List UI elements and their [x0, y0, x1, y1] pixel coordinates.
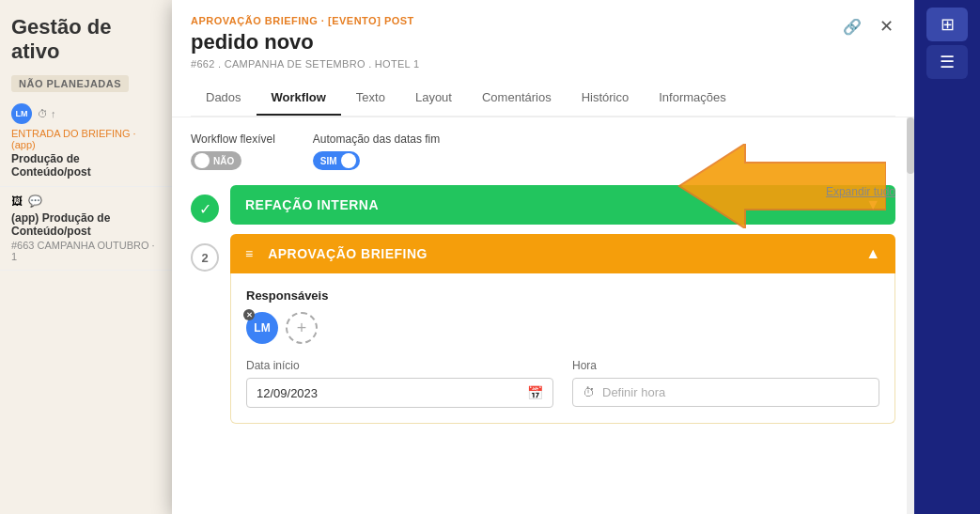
chevron-down-icon: ▼ [865, 196, 880, 213]
tab-historico[interactable]: Histórico [567, 81, 645, 116]
date-value: 12/09/2023 [257, 386, 318, 400]
data-inicio-label: Data início [246, 359, 553, 372]
tab-comentarios[interactable]: Comentários [467, 81, 567, 116]
tab-informacoes[interactable]: Informações [644, 81, 741, 116]
automacao-control: Automação das datas fim SIM [313, 132, 440, 170]
step-1-row: ✓ Refação Interna ▼ [191, 185, 895, 225]
date-row: Data início 12/09/2023 📅 Hora ⏱ Definir … [246, 359, 879, 408]
scrollbar-track [907, 117, 914, 514]
list-item[interactable]: 🖼 💬 (app) Produção de Conteúdo/post #663… [0, 187, 173, 271]
responsaveis-label: Responsáveis [246, 288, 879, 303]
step-1-card: Refação Interna ▼ [230, 185, 895, 225]
step-2-body: Responsáveis ✕ LM + Data início 12/09/20… [230, 273, 895, 424]
workflow-flexivel-label: Workflow flexível [191, 132, 275, 146]
hora-input[interactable]: ⏱ Definir hora [572, 378, 879, 407]
modal-subtitle: APROVAÇÃO BRIEFING · [EVENTO] POST [191, 15, 895, 26]
toggle-flexivel-container: NÃO [191, 151, 275, 170]
toggle-off-text: NÃO [213, 156, 234, 166]
copy-link-button[interactable]: 🔗 [839, 13, 865, 39]
sidebar: Gestão de ativo NÃO PLANEJADAS LM ⏱ ↑ EN… [0, 0, 174, 514]
workflow-flexivel-control: Workflow flexível NÃO [191, 132, 275, 170]
clock-icon: ⏱ [583, 385, 595, 399]
modal-header: APROVAÇÃO BRIEFING · [EVENTO] POST pedid… [172, 0, 914, 117]
hora-label: Hora [572, 359, 879, 372]
step-2-number: 2 [191, 243, 219, 272]
data-inicio-field: Data início 12/09/2023 📅 [246, 359, 553, 408]
modal-title: pedido novo [191, 30, 895, 55]
right-toolbar: ⊞ ☰ [914, 0, 980, 514]
view-toggle-button[interactable]: ⊞ [926, 8, 968, 41]
item-sub: #663 CAMPANHA OUTUBRO · 1 [11, 240, 162, 262]
tab-workflow[interactable]: Workflow [257, 81, 341, 116]
hora-field: Hora ⏱ Definir hora [572, 359, 879, 407]
toggle-on-text: SIM [320, 156, 337, 166]
toggle-flexivel[interactable]: NÃO [191, 151, 241, 170]
responsavel-avatar[interactable]: ✕ LM [246, 312, 278, 344]
list-item[interactable]: LM ⏱ ↑ ENTRADA DO BRIEFING · (app) Produ… [0, 96, 173, 187]
step-1-check: ✓ [191, 195, 219, 223]
step-2-card: ≡ APROVAÇÃO BRIEFING ▲ Responsáveis ✕ LM… [230, 234, 895, 424]
drag-icon: ≡ [245, 246, 253, 261]
hora-placeholder: Definir hora [602, 385, 665, 399]
tab-layout[interactable]: Layout [400, 81, 467, 116]
modal: APROVAÇÃO BRIEFING · [EVENTO] POST pedid… [172, 0, 914, 514]
toggle-knob-on [341, 153, 356, 168]
responsaveis-row: ✕ LM + [246, 312, 879, 344]
tab-texto[interactable]: Texto [341, 81, 400, 116]
avatar-initials: LM [254, 321, 270, 335]
item-category: ENTRADA DO BRIEFING · (app) [11, 128, 162, 150]
step-1-title: Refação Interna [245, 197, 379, 212]
automacao-label: Automação das datas fim [313, 132, 440, 146]
app-title: Gestão de ativo [0, 0, 173, 71]
toggle-automacao[interactable]: SIM [313, 151, 360, 170]
add-responsavel-button[interactable]: + [286, 312, 318, 344]
step-2-row: 2 ≡ APROVAÇÃO BRIEFING ▲ Responsáveis ✕ … [191, 234, 895, 424]
step-2-title: APROVAÇÃO BRIEFING [268, 246, 428, 261]
close-button[interactable]: ✕ [873, 13, 899, 39]
toggle-automacao-container: SIM [313, 151, 440, 170]
step-2-header[interactable]: ≡ APROVAÇÃO BRIEFING ▲ [230, 234, 895, 273]
calendar-icon: 📅 [527, 385, 543, 400]
modal-meta: #662 . CAMPANHA DE SETEMBRO . HOTEL 1 [191, 58, 895, 70]
step-1-header[interactable]: Refação Interna ▼ [230, 185, 895, 225]
workflow-controls: Workflow flexível NÃO Automação das data… [191, 132, 895, 170]
tab-dados[interactable]: Dados [191, 81, 257, 116]
remove-avatar-button[interactable]: ✕ [243, 309, 255, 320]
list-button[interactable]: ☰ [926, 45, 968, 79]
item-title: (app) Produção de Conteúdo/post [11, 211, 162, 238]
scrollbar-thumb[interactable] [907, 117, 914, 174]
avatar: LM [11, 103, 32, 124]
expand-all-link[interactable]: Expandir tudo [826, 185, 895, 198]
data-inicio-input[interactable]: 12/09/2023 📅 [246, 378, 553, 408]
toggle-knob [194, 153, 210, 168]
item-title: Produção de Conteúdo/post [11, 152, 162, 179]
tabs: Dados Workflow Texto Layout Comentários … [191, 81, 895, 117]
section-label: NÃO PLANEJADAS [11, 75, 129, 92]
modal-body: Workflow flexível NÃO Automação das data… [172, 117, 914, 514]
chevron-up-icon: ▲ [865, 245, 880, 262]
